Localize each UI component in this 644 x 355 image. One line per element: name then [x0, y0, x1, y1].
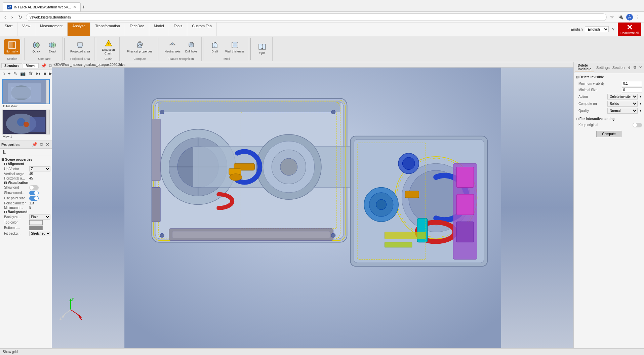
new-tab-button[interactable]: + — [81, 3, 86, 11]
physical-properties-button[interactable]: KG Physical properties — [125, 39, 154, 54]
rp-expand-btn[interactable]: ⧉ — [633, 65, 637, 70]
tab-custom[interactable]: Custom Tab — [187, 23, 217, 36]
view-thumb-initial[interactable]: Initial View — [2, 79, 50, 108]
interactive-testing-header[interactable]: ⊟ For interactive testing — [576, 117, 642, 121]
address-bar[interactable] — [26, 13, 607, 21]
language-select[interactable]: English Deutsch — [585, 26, 609, 32]
rp-settings-btn[interactable]: Settings — [595, 65, 611, 70]
compute-button[interactable]: Compute — [596, 131, 621, 137]
nav-back-btn[interactable]: ‹ — [3, 13, 8, 21]
view-snapshot-btn[interactable]: 📷 — [19, 71, 27, 76]
rp-section-btn[interactable]: Section — [611, 65, 626, 70]
tab-measurement[interactable]: Measurement — [35, 23, 68, 36]
use-point-size-toggle[interactable] — [29, 196, 39, 201]
props-close-btn[interactable]: ✕ — [45, 142, 50, 148]
help-btn[interactable]: ? — [611, 26, 616, 33]
wall-thickness-button[interactable]: Wall thickness — [224, 39, 246, 54]
tab-transformation[interactable]: Transformation — [90, 23, 125, 36]
tab-techdoc[interactable]: TechDoc — [125, 23, 149, 36]
action-select[interactable]: Delete invisible Hide invisible — [607, 94, 638, 100]
bottom-color-row: Bottom c... — [1, 225, 50, 231]
up-vector-select[interactable]: ZYX — [29, 166, 50, 171]
viewport-toolbar: +3DVS\car_racecar.gearbox_opaque.2020.3d… — [52, 62, 573, 68]
section-dropdown-arrow[interactable]: ▼ — [16, 50, 18, 53]
svg-point-88 — [402, 157, 415, 170]
tab-structure[interactable]: Structure — [1, 63, 22, 68]
tab-analyze[interactable]: Analyze — [68, 23, 90, 36]
account-btn[interactable]: A — [626, 14, 633, 21]
view-play-btn[interactable]: ▶ — [48, 71, 52, 76]
detection-button[interactable]: ! DetectionClash — [100, 38, 116, 56]
tab-model[interactable]: Model — [149, 23, 169, 36]
svg-point-54 — [230, 173, 242, 180]
section-group-items: Normal ▼ — [4, 38, 20, 56]
split-button[interactable]: Split — [255, 41, 270, 56]
nav-refresh-btn[interactable]: ↻ — [16, 13, 24, 21]
background-header[interactable]: ⊟ Background — [1, 210, 50, 214]
show-grid-toggle[interactable] — [29, 185, 39, 190]
tab-views[interactable]: Views — [23, 63, 38, 68]
action-row: Action Delete invisible Hide invisible ▼ — [576, 93, 642, 100]
main-layout: Structure Views 📌 ⧉ ✕ ⌂ + ✎ 📷 🗑 ⏮ ■ ▶ — [0, 62, 644, 348]
tab-tools[interactable]: Tools — [169, 23, 188, 36]
tab-view[interactable]: View — [17, 23, 35, 36]
delete-invisible-header[interactable]: ⊟ Delete invisible — [576, 75, 642, 79]
draft-button[interactable]: Draft — [207, 39, 222, 54]
bookmark-btn[interactable]: ☆ — [609, 14, 615, 20]
view-home-btn[interactable]: ⌂ — [1, 71, 6, 76]
alignment-header[interactable]: ⊟ Alignment — [1, 162, 50, 166]
initial-view-canvas — [3, 80, 46, 104]
svg-rect-61 — [152, 187, 160, 222]
view-delete-btn[interactable]: 🗑 — [28, 71, 34, 76]
menu-btn[interactable]: ⋮ — [634, 14, 641, 20]
nav-forward-btn[interactable]: › — [10, 13, 15, 21]
svg-text:X: X — [80, 317, 82, 320]
top-color-swatch[interactable] — [29, 220, 43, 225]
panel-pin-btn[interactable]: 📌 — [40, 63, 47, 69]
props-pin-btn[interactable]: 📌 — [31, 142, 38, 148]
keep-original-toggle[interactable] — [633, 123, 642, 127]
svg-rect-60 — [152, 119, 160, 180]
viewport-canvas[interactable]: Y X Z — [52, 68, 573, 348]
alignment-label: Alignment — [8, 162, 24, 166]
rp-close-btn[interactable]: ✕ — [638, 65, 643, 70]
panel-float-btn[interactable]: ⧉ — [48, 63, 52, 69]
view-first-btn[interactable]: ⏮ — [35, 71, 41, 76]
scene-properties-header[interactable]: ⊟ Scene properties — [1, 157, 50, 162]
ribbon-group-mold: Draft Wall thickness Mold — [205, 37, 249, 61]
visualization-header[interactable]: ⊟ Visualization — [1, 181, 50, 185]
rp-print-btn[interactable]: 🖨 — [626, 65, 632, 70]
quality-select[interactable]: Normal High Low — [607, 108, 638, 114]
props-float-btn[interactable]: ⧉ — [39, 142, 44, 148]
delete-invisible-tab[interactable]: Delete invisible — [575, 63, 594, 72]
keep-original-row: Keep original — [576, 122, 642, 128]
fit-background-select[interactable]: StretchedFit — [29, 231, 51, 236]
tab-close-btn[interactable]: ✕ — [73, 5, 76, 9]
show-coord-toggle[interactable] — [29, 191, 39, 195]
section-button[interactable]: Normal ▼ — [4, 39, 20, 54]
drill-hole-button[interactable]: Drill hole — [184, 39, 199, 54]
minimum-visibility-input[interactable] — [622, 81, 642, 86]
view-add-btn[interactable]: + — [7, 71, 12, 76]
minimal-size-input[interactable] — [622, 87, 642, 92]
view-edit-btn[interactable]: ✎ — [12, 71, 18, 76]
bottom-color-swatch[interactable] — [29, 226, 43, 230]
browser-tabs: VS INTERNAL 3DViewStation WebV... ✕ + — [3, 0, 86, 11]
props-sort-btn[interactable]: ⇅ — [1, 149, 7, 155]
view-thumb-view1[interactable]: View 1 — [2, 110, 50, 139]
view1-thumb[interactable] — [2, 110, 50, 134]
tab-start[interactable]: Start — [0, 23, 17, 36]
split-label: Split — [259, 51, 266, 55]
view-stop-btn[interactable]: ■ — [42, 71, 47, 76]
deactivate-all-btn[interactable]: ✕ Deactivate all — [618, 23, 641, 36]
browser-tab-active[interactable]: VS INTERNAL 3DViewStation WebV... ✕ — [3, 2, 81, 11]
compute-on-select[interactable]: Solids All — [607, 101, 638, 107]
projected-area-button[interactable]: Projected area — [69, 39, 92, 54]
exact-button[interactable]: Exact — [45, 39, 60, 54]
background-style-select[interactable]: PlainGradient — [29, 214, 50, 220]
extensions-btn[interactable]: 🔌 — [617, 14, 625, 20]
initial-view-thumb[interactable] — [2, 79, 50, 104]
quick-button[interactable]: Quick — [29, 39, 44, 54]
neutral-axis-button[interactable]: Neutral axis — [163, 39, 183, 54]
svg-text:Z: Z — [59, 317, 62, 320]
